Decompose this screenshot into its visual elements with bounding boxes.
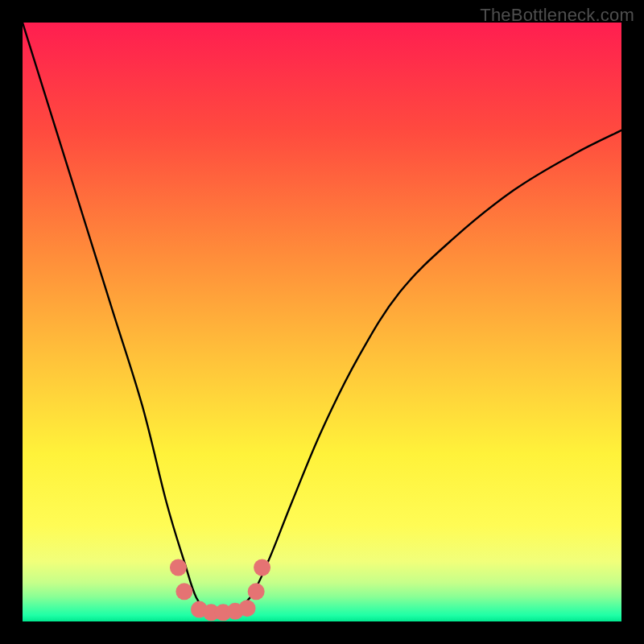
bottleneck-curve (23, 23, 621, 613)
left-upper-dot (170, 559, 187, 576)
chart-frame: TheBottleneck.com (0, 0, 644, 644)
bottom-dot-5 (239, 600, 256, 617)
curve-markers (170, 559, 270, 621)
curve-layer (23, 23, 621, 621)
plot-area (23, 23, 621, 621)
watermark-text: TheBottleneck.com (480, 5, 634, 26)
right-lower-dot (248, 583, 265, 600)
left-lower-dot (175, 583, 192, 600)
right-upper-dot (254, 559, 270, 576)
